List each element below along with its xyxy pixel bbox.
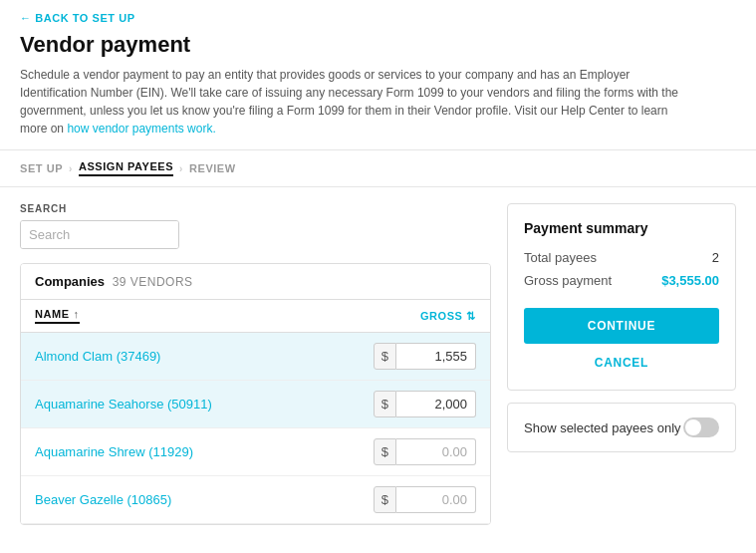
vendor-rows: Almond Clam (37469)$Aquamarine Seahorse …: [21, 333, 490, 524]
content-area: SEARCH 🔍 Companies 39 VENDORS NAME ↑ GRO…: [0, 187, 756, 541]
vendor-link[interactable]: Beaver Gazelle (10865): [35, 492, 171, 507]
amount-input[interactable]: [396, 391, 476, 417]
selected-payees-card: Show selected payees only: [507, 403, 736, 452]
companies-count: 39 VENDORS: [113, 275, 193, 289]
summary-row: Total payees2: [524, 250, 719, 265]
summary-rows: Total payees2Gross payment$3,555.00: [524, 250, 719, 288]
payment-summary-title: Payment summary: [524, 220, 719, 236]
breadcrumb-sep-1: ›: [69, 163, 73, 174]
gross-sort-icon: ⇅: [466, 310, 476, 323]
payment-summary-card: Payment summary Total payees2Gross payme…: [507, 203, 736, 391]
amount-input[interactable]: [396, 343, 476, 370]
cancel-link[interactable]: CANCEL: [524, 352, 719, 374]
dollar-sign: $: [374, 391, 396, 417]
selected-payees-toggle[interactable]: [683, 417, 719, 437]
companies-header: Companies 39 VENDORS: [21, 264, 490, 300]
search-box: 🔍: [20, 220, 179, 249]
amount-input[interactable]: [396, 486, 476, 513]
table-row: Aquamarine Seahorse (50911)$: [21, 381, 490, 428]
amount-cell: $: [374, 391, 476, 417]
table-row: Almond Clam (37469)$: [21, 333, 490, 381]
summary-label: Total payees: [524, 250, 597, 265]
breadcrumb-setup[interactable]: SET UP: [20, 162, 63, 174]
selected-payees-label: Show selected payees only: [524, 420, 681, 435]
amount-cell: $: [374, 343, 476, 370]
table-col-headers: NAME ↑ GROSS ⇅: [21, 300, 490, 333]
table-row: Beaver Gazelle (10865)$: [21, 476, 490, 524]
toggle-knob: [685, 419, 701, 435]
summary-value: $3,555.00: [661, 273, 719, 288]
companies-table: Companies 39 VENDORS NAME ↑ GROSS ⇅ Almo…: [20, 263, 491, 525]
vendor-link[interactable]: Aquamarine Seahorse (50911): [35, 397, 212, 412]
page-header: Vendor payment Schedule a vendor payment…: [0, 28, 756, 149]
amount-cell: $: [374, 486, 476, 513]
amount-input[interactable]: [396, 438, 476, 465]
col-name-header[interactable]: NAME ↑: [35, 308, 80, 324]
breadcrumb: SET UP › ASSIGN PAYEES › REVIEW: [0, 149, 756, 187]
help-link[interactable]: how vendor payments work.: [67, 122, 215, 136]
left-panel: SEARCH 🔍 Companies 39 VENDORS NAME ↑ GRO…: [20, 203, 491, 525]
page-title: Vendor payment: [20, 32, 736, 58]
breadcrumb-sep-2: ›: [179, 163, 183, 174]
page-description: Schedule a vendor payment to pay an enti…: [20, 66, 697, 138]
search-label: SEARCH: [20, 203, 491, 214]
amount-cell: $: [374, 438, 476, 465]
breadcrumb-assign-payees[interactable]: ASSIGN PAYEES: [79, 160, 173, 176]
vendor-link[interactable]: Aquamarine Shrew (11929): [35, 444, 193, 459]
table-row: Aquamarine Shrew (11929)$: [21, 428, 490, 476]
summary-value: 2: [712, 250, 719, 265]
breadcrumb-review[interactable]: REVIEW: [189, 162, 236, 174]
continue-button[interactable]: CONTINUE: [524, 308, 719, 344]
name-sort-icon: ↑: [74, 308, 80, 320]
dollar-sign: $: [374, 486, 396, 513]
col-gross-header[interactable]: GROSS ⇅: [420, 310, 476, 323]
dollar-sign: $: [374, 438, 396, 465]
summary-label: Gross payment: [524, 273, 612, 288]
search-input[interactable]: [21, 221, 179, 248]
dollar-sign: $: [374, 343, 396, 370]
back-to-setup-link[interactable]: BACK TO SET UP: [0, 0, 155, 28]
companies-title: Companies: [35, 274, 105, 289]
vendor-link[interactable]: Almond Clam (37469): [35, 349, 160, 364]
right-panel: Payment summary Total payees2Gross payme…: [507, 203, 736, 525]
summary-row: Gross payment$3,555.00: [524, 273, 719, 288]
